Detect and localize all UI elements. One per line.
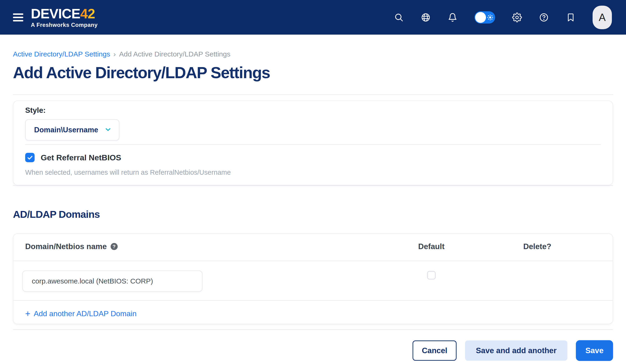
save-and-add-another-button[interactable]: Save and add another <box>465 340 567 361</box>
domains-section-title: AD/LDAP Domains <box>13 208 613 220</box>
help-circle-icon[interactable]: ? <box>111 243 118 250</box>
column-domain-netbios: Domain/Netbios name <box>25 242 107 251</box>
page-title: Add Active Directory/LDAP Settings <box>13 63 613 82</box>
sun-icon <box>487 14 494 22</box>
style-label: Style: <box>25 106 601 115</box>
footer-divider <box>13 329 613 330</box>
checkbox-help-text: When selected, usernames will return as … <box>25 168 601 176</box>
settings-gear-icon[interactable] <box>512 12 522 22</box>
logo-tagline: A Freshworks Company <box>31 22 98 28</box>
theme-toggle[interactable] <box>474 11 495 24</box>
section-divider <box>13 185 613 186</box>
cancel-button[interactable]: Cancel <box>413 340 457 361</box>
notifications-bell-icon[interactable] <box>448 12 458 22</box>
column-delete: Delete? <box>481 242 613 251</box>
table-header-row: Domain/Netbios name ? Default Delete? <box>13 234 613 261</box>
default-checkbox[interactable] <box>427 271 436 280</box>
help-icon[interactable] <box>539 12 549 22</box>
form-actions: Cancel Save and add another Save <box>13 340 613 361</box>
add-domain-row: + Add another AD/LDAP Domain <box>13 301 613 324</box>
add-domain-label: Add another AD/LDAP Domain <box>34 309 136 318</box>
add-domain-link[interactable]: + Add another AD/LDAP Domain <box>25 309 136 318</box>
column-default: Default <box>382 242 481 251</box>
top-navbar: DEVICE 42 A Freshworks Company <box>0 0 626 35</box>
search-icon[interactable] <box>394 12 404 22</box>
checkbox-label: Get Referral NetBIOS <box>41 153 121 162</box>
breadcrumb-current: Add Active Directory/LDAP Settings <box>119 50 230 59</box>
breadcrumb-link[interactable]: Active Directory/LDAP Settings <box>13 50 110 59</box>
menu-icon[interactable] <box>13 12 23 22</box>
bookmark-icon[interactable] <box>566 12 576 22</box>
device42-logo[interactable]: DEVICE 42 A Freshworks Company <box>31 7 98 28</box>
get-referral-netbios-row[interactable]: Get Referral NetBIOS <box>25 153 121 162</box>
avatar-initial: A <box>599 11 606 23</box>
chevron-down-icon <box>104 126 112 134</box>
style-dropdown[interactable]: Domain\Username <box>25 119 119 141</box>
style-card-divider <box>25 144 601 145</box>
table-row <box>13 261 613 301</box>
checkbox-checked-icon[interactable] <box>25 153 35 162</box>
breadcrumb-separator: › <box>114 50 116 59</box>
title-divider <box>13 94 613 95</box>
toggle-knob <box>475 12 486 23</box>
domains-table: Domain/Netbios name ? Default Delete? + … <box>13 233 613 324</box>
logo-accent: 42 <box>80 7 95 20</box>
breadcrumb: Active Directory/LDAP Settings › Add Act… <box>13 50 613 59</box>
save-button[interactable]: Save <box>576 340 613 361</box>
main-content: Active Directory/LDAP Settings › Add Act… <box>0 50 626 361</box>
logo-text: DEVICE <box>31 7 80 20</box>
globe-icon[interactable] <box>421 12 431 22</box>
user-avatar[interactable]: A <box>592 6 612 29</box>
domain-netbios-input[interactable] <box>22 271 202 292</box>
style-card: Style: Domain\Username Get Referral NetB… <box>13 101 613 185</box>
style-dropdown-value: Domain\Username <box>34 126 98 134</box>
plus-icon: + <box>25 309 30 318</box>
